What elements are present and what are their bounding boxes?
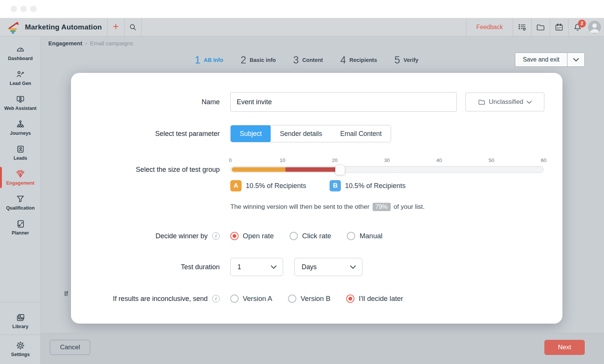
step-ab-info[interactable]: 1AB Info bbox=[195, 54, 223, 66]
radio-button bbox=[230, 295, 239, 303]
slider-tick: 10 bbox=[280, 157, 285, 163]
engagement-icon bbox=[15, 169, 25, 179]
notification-count-badge: 2 bbox=[578, 20, 586, 28]
next-button[interactable]: Next bbox=[544, 340, 585, 355]
settings-gear-icon bbox=[15, 341, 25, 350]
qualification-funnel-icon bbox=[15, 194, 25, 204]
decide-winner-radio-group: Open rate Click rate Manual bbox=[230, 232, 382, 240]
main-content: Engagement › Email campaigns 1AB Info 2B… bbox=[41, 36, 604, 364]
folder-icon bbox=[478, 98, 485, 106]
sidebar-item-web-assistant[interactable]: Web Assistant bbox=[0, 91, 41, 114]
breadcrumb-chevron-icon: › bbox=[85, 40, 87, 46]
breadcrumb-email-campaigns: Email campaigns bbox=[90, 40, 133, 46]
planner-icon bbox=[15, 219, 25, 229]
radio-decide-later[interactable]: I'll decide later bbox=[346, 295, 403, 303]
duration-unit-select[interactable]: Days bbox=[294, 258, 362, 276]
slider-tick: 20 bbox=[332, 157, 337, 163]
radio-manual[interactable]: Manual bbox=[347, 232, 382, 240]
sidebar-nav: Dashboard Lead Gen Web Assistant Journey… bbox=[0, 36, 41, 364]
list-heart-icon bbox=[518, 23, 527, 32]
radio-button bbox=[290, 232, 298, 240]
test-group-slider: 0 10 20 30 40 50 60 bbox=[230, 163, 544, 176]
calendar-button[interactable] bbox=[550, 18, 568, 36]
create-new-button[interactable]: + bbox=[108, 18, 124, 36]
folder-select[interactable]: Unclassified bbox=[465, 93, 544, 111]
save-and-exit-split-button: Save and exit bbox=[515, 52, 585, 67]
activity-list-button[interactable] bbox=[513, 18, 531, 36]
step-content[interactable]: 3Content bbox=[293, 54, 323, 66]
wizard-steps: 1AB Info 2Basic info 3Content 4Recipient… bbox=[25, 51, 588, 69]
tab-email-content[interactable]: Email Content bbox=[331, 125, 391, 142]
user-avatar[interactable] bbox=[588, 21, 601, 34]
search-icon bbox=[129, 23, 137, 31]
cancel-button[interactable]: Cancel bbox=[50, 340, 90, 355]
search-button[interactable] bbox=[125, 18, 141, 36]
version-a-badge: A bbox=[230, 180, 242, 191]
radio-version-b[interactable]: Version B bbox=[288, 295, 330, 303]
save-and-exit-caret[interactable] bbox=[567, 53, 584, 66]
breadcrumb-engagement[interactable]: Engagement bbox=[48, 40, 82, 46]
remaining-percentage-chip: 79% bbox=[373, 203, 391, 211]
inconclusive-label: If results are inconclusive, send i bbox=[71, 295, 220, 303]
background-text-fragment: If bbox=[64, 290, 69, 300]
radio-open-rate[interactable]: Open rate bbox=[230, 232, 274, 240]
tab-subject[interactable]: Subject bbox=[231, 125, 271, 142]
slider-tick: 30 bbox=[384, 157, 390, 163]
sidebar-item-engagement[interactable]: Engagement bbox=[0, 166, 41, 189]
inconclusive-radio-group: Version A Version B I'll decide later bbox=[230, 295, 403, 303]
version-b-percentage: 10.5% of Recipients bbox=[345, 182, 405, 190]
slider-handle[interactable] bbox=[335, 165, 345, 175]
header-separator bbox=[141, 18, 142, 36]
radio-click-rate[interactable]: Click rate bbox=[290, 232, 331, 240]
browser-window-bar bbox=[0, 0, 604, 18]
slider-fill-a bbox=[232, 167, 287, 172]
test-duration-label: Test duration bbox=[71, 263, 220, 271]
step-verify[interactable]: 5Verify bbox=[394, 54, 419, 66]
window-minimize-dot bbox=[20, 6, 27, 12]
winner-note: The winning version will then be sent to… bbox=[230, 203, 425, 211]
plus-icon: + bbox=[113, 22, 119, 32]
sidebar-item-settings[interactable]: Settings bbox=[0, 338, 41, 360]
sidebar-item-qualification[interactable]: Qualification bbox=[0, 191, 41, 214]
chevron-down-icon bbox=[271, 265, 277, 269]
step-recipients[interactable]: 4Recipients bbox=[340, 54, 377, 66]
version-b-badge: B bbox=[330, 180, 341, 191]
dashboard-icon bbox=[15, 45, 25, 54]
step-basic-info[interactable]: 2Basic info bbox=[240, 54, 276, 66]
sidebar-item-journeys[interactable]: Journeys bbox=[0, 116, 41, 139]
library-icon bbox=[15, 313, 25, 322]
breadcrumb: Engagement › Email campaigns bbox=[48, 39, 133, 48]
slider-tick: 50 bbox=[488, 157, 494, 163]
radio-button bbox=[346, 295, 354, 303]
tab-sender-details[interactable]: Sender details bbox=[271, 125, 331, 142]
test-group-size-label: Select the size of test group bbox=[71, 166, 220, 174]
window-maximize-dot bbox=[30, 6, 37, 12]
notifications-button[interactable]: 2 bbox=[569, 18, 587, 36]
slider-tick: 0 bbox=[229, 157, 232, 163]
slider-fill-b bbox=[285, 167, 340, 172]
sidebar-item-library[interactable]: Library bbox=[0, 310, 41, 332]
sidebar-item-planner[interactable]: Planner bbox=[0, 216, 41, 239]
slider-track[interactable] bbox=[230, 166, 544, 173]
slider-tick: 40 bbox=[436, 157, 442, 163]
folder-select-value: Unclassified bbox=[489, 98, 524, 106]
app-title: Marketing Automation bbox=[25, 23, 102, 31]
name-label: Name bbox=[71, 98, 220, 106]
feedback-link[interactable]: Feedback bbox=[467, 24, 513, 31]
sidebar-item-leads[interactable]: Leads bbox=[0, 141, 41, 164]
duration-value-select[interactable]: 1 bbox=[230, 258, 283, 276]
folder-icon bbox=[536, 23, 545, 32]
person-icon bbox=[588, 21, 601, 34]
save-and-exit-button[interactable]: Save and exit bbox=[515, 53, 567, 66]
campaign-name-input[interactable] bbox=[230, 92, 457, 112]
sidebar-item-lead-gen[interactable]: Lead Gen bbox=[0, 66, 41, 89]
radio-version-a[interactable]: Version A bbox=[230, 295, 272, 303]
test-parameter-tabs: Subject Sender details Email Content bbox=[230, 125, 391, 142]
folders-button[interactable] bbox=[532, 18, 550, 36]
lead-gen-icon bbox=[15, 69, 25, 79]
radio-button bbox=[288, 295, 296, 303]
info-icon[interactable]: i bbox=[212, 295, 220, 302]
test-parameter-label: Select test parameter bbox=[71, 130, 220, 138]
decide-winner-label: Decide winner by i bbox=[71, 232, 220, 240]
info-icon[interactable]: i bbox=[212, 232, 220, 240]
